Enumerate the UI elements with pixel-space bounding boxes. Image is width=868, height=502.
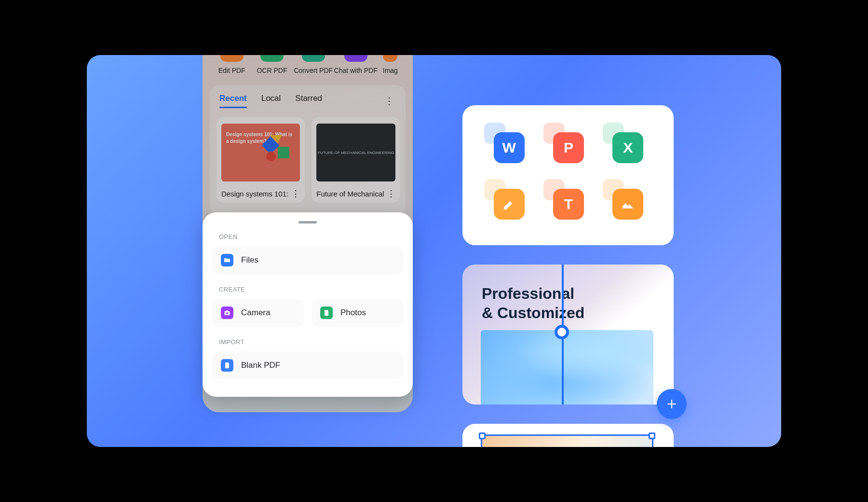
item-label: Files bbox=[241, 255, 258, 265]
template-card[interactable]: Professional & Customized bbox=[462, 265, 674, 404]
item-label: Blank PDF bbox=[241, 361, 280, 370]
camera-icon bbox=[221, 307, 233, 319]
app-text-icon[interactable]: T bbox=[549, 185, 587, 223]
resize-handle-tr[interactable] bbox=[649, 432, 655, 439]
item-label: Camera bbox=[241, 308, 270, 318]
resize-handle-tl[interactable] bbox=[479, 432, 486, 439]
plus-icon bbox=[665, 398, 678, 410]
sheet-grabber[interactable] bbox=[298, 221, 317, 223]
compare-preview bbox=[481, 330, 653, 404]
section-header-create: CREATE bbox=[219, 286, 396, 293]
open-files-button[interactable]: Files bbox=[212, 246, 403, 274]
crop-card[interactable] bbox=[462, 424, 674, 447]
compare-knob[interactable] bbox=[555, 325, 569, 339]
app-presentation-icon[interactable]: P bbox=[549, 128, 587, 166]
add-fab[interactable] bbox=[657, 389, 687, 419]
stage: Edit PDF OCR PDF Convert PDF Chat with P… bbox=[87, 55, 781, 447]
title-line: Professional bbox=[482, 285, 574, 302]
title-line: & Customized bbox=[482, 304, 584, 321]
section-header-open: OPEN bbox=[219, 233, 396, 240]
section-header-import: IMPORT bbox=[219, 338, 396, 346]
app-image-icon[interactable] bbox=[609, 185, 646, 223]
blank-pdf-icon bbox=[221, 359, 233, 372]
svg-point-4 bbox=[226, 312, 228, 314]
formats-card: W P X T bbox=[462, 105, 674, 245]
create-photos-button[interactable]: Photos bbox=[312, 299, 403, 327]
item-label: Photos bbox=[340, 308, 366, 318]
app-spreadsheet-icon[interactable]: X bbox=[609, 128, 646, 166]
create-sheet: OPEN Files CREATE Camera Photos IMPORT B… bbox=[203, 212, 413, 397]
create-camera-button[interactable]: Camera bbox=[212, 299, 304, 327]
import-blank-pdf-button[interactable]: Blank PDF bbox=[212, 351, 403, 379]
app-edit-icon[interactable] bbox=[490, 185, 528, 223]
template-title: Professional & Customized bbox=[482, 284, 584, 322]
folder-icon bbox=[221, 254, 233, 266]
selection-box[interactable] bbox=[481, 434, 653, 447]
photos-icon bbox=[320, 307, 333, 319]
app-writer-icon[interactable]: W bbox=[490, 128, 528, 166]
